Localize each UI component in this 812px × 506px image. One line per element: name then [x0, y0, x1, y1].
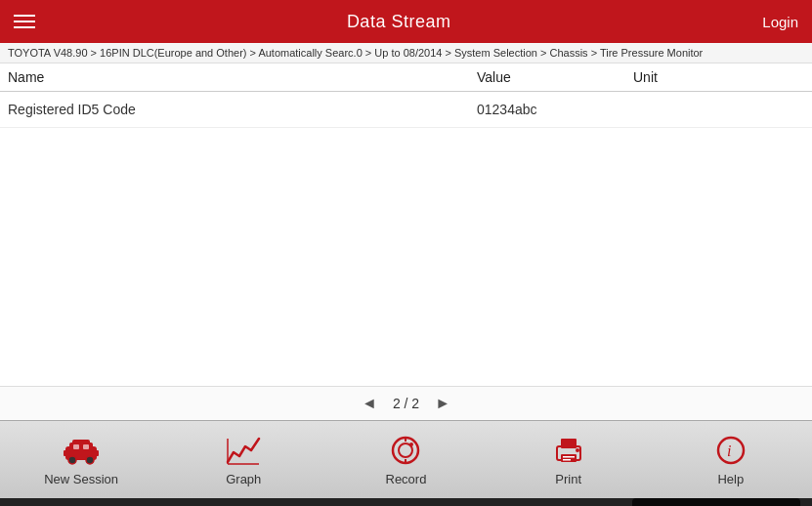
- system-bar: ← ⌂ Saving screenshot... Screenshot is b…: [0, 498, 812, 506]
- toolbar-graph[interactable]: Graph: [204, 433, 282, 486]
- svg-point-4: [86, 456, 94, 464]
- breadcrumb: TOYOTA V48.90 > 16PIN DLC(Europe and Oth…: [0, 43, 812, 63]
- pagination-prev[interactable]: ◄: [362, 395, 377, 412]
- screenshot-notification: Saving screenshot... Screenshot is being…: [632, 498, 800, 507]
- pagination-display: 2 / 2: [393, 396, 419, 411]
- login-button[interactable]: Login: [762, 14, 798, 30]
- new-session-label: New Session: [44, 472, 118, 486]
- help-icon: i: [713, 433, 748, 468]
- bottom-toolbar: New Session Graph Record: [0, 420, 812, 498]
- svg-point-21: [576, 448, 579, 452]
- column-unit-header: Unit: [633, 69, 804, 85]
- svg-rect-17: [561, 439, 577, 448]
- app-header: Data Stream Login: [0, 0, 812, 43]
- toolbar-help[interactable]: i Help: [692, 433, 770, 486]
- row-value-0: 01234abc: [477, 102, 633, 117]
- svg-rect-20: [563, 459, 571, 461]
- toolbar-new-session[interactable]: New Session: [42, 433, 120, 486]
- record-label: Record: [386, 472, 427, 486]
- pagination-next[interactable]: ►: [435, 395, 450, 412]
- row-unit-0: [633, 102, 804, 117]
- svg-rect-5: [64, 450, 69, 456]
- svg-rect-6: [93, 450, 99, 456]
- graph-icon: [226, 433, 261, 468]
- toolbar-print[interactable]: Print: [530, 433, 608, 486]
- svg-rect-19: [563, 456, 575, 458]
- print-icon: [551, 433, 586, 468]
- svg-rect-7: [73, 444, 79, 449]
- table-content: Registered ID5 Code 01234abc: [0, 92, 812, 386]
- table-row: Registered ID5 Code 01234abc: [0, 92, 812, 128]
- print-label: Print: [555, 472, 581, 486]
- page-title: Data Stream: [347, 12, 451, 32]
- svg-point-15: [409, 443, 413, 446]
- row-name-0: Registered ID5 Code: [8, 102, 477, 117]
- svg-point-3: [68, 456, 76, 464]
- record-icon: [388, 433, 423, 468]
- pagination: ◄ 2 / 2 ►: [0, 386, 812, 420]
- svg-rect-18: [561, 454, 577, 462]
- toolbar-record[interactable]: Record: [366, 433, 445, 486]
- help-label: Help: [717, 472, 744, 486]
- svg-rect-8: [83, 444, 89, 449]
- car-icon: [64, 433, 99, 468]
- graph-label: Graph: [226, 472, 261, 486]
- svg-text:i: i: [727, 443, 731, 459]
- column-value-header: Value: [477, 69, 633, 85]
- column-name-header: Name: [8, 69, 477, 85]
- table-header: Name Value Unit: [0, 63, 812, 92]
- menu-button[interactable]: [14, 15, 35, 28]
